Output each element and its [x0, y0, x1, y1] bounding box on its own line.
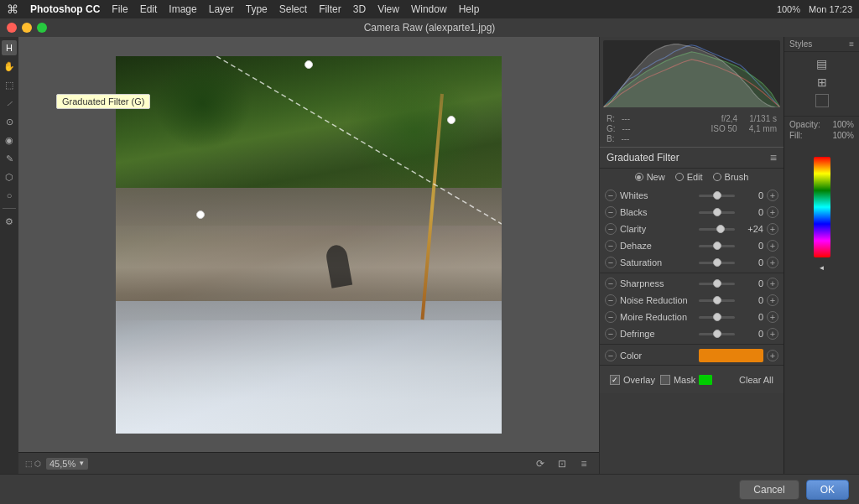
filter-dot-right[interactable] — [447, 116, 456, 124]
sharpness-slider-container — [699, 283, 735, 285]
clarity-slider-track[interactable] — [699, 228, 735, 231]
radio-edit[interactable]: Edit — [675, 172, 703, 182]
adjustment-brush-tool[interactable]: ✎ — [2, 151, 17, 166]
moire-reduction-plus-button[interactable]: + — [767, 311, 778, 323]
blacks-minus-button[interactable]: − — [605, 206, 617, 218]
moire-reduction-minus-button[interactable]: − — [605, 311, 617, 323]
rotate-left-icon[interactable]: ⟳ — [532, 456, 549, 471]
overlay-checkbox-label[interactable]: ✓ Overlay — [610, 375, 655, 385]
photo-canvas[interactable] — [116, 56, 502, 434]
moire-reduction-slider-track[interactable] — [699, 316, 735, 319]
grid-icon[interactable]: ⊞ — [817, 75, 827, 89]
straighten-tool[interactable]: ⟋ — [2, 96, 17, 111]
color-square-icon[interactable] — [815, 94, 829, 107]
moire-reduction-slider-thumb[interactable] — [713, 313, 721, 321]
blacks-slider-track[interactable] — [699, 211, 735, 214]
sharpness-slider-thumb[interactable] — [713, 279, 721, 288]
clock: Mon 17:23 — [809, 4, 852, 14]
clear-all-button[interactable]: Clear All — [739, 375, 773, 385]
color-minus-button[interactable]: − — [605, 350, 617, 361]
clarity-minus-button[interactable]: − — [605, 223, 617, 235]
menu-image[interactable]: Image — [169, 3, 196, 15]
mask-checkbox[interactable] — [660, 375, 670, 385]
dehaze-slider-thumb[interactable] — [713, 242, 721, 250]
radio-new[interactable]: New — [635, 172, 665, 182]
saturation-slider-track[interactable] — [699, 262, 735, 264]
clarity-slider-thumb[interactable] — [716, 225, 725, 233]
menu-file[interactable]: File — [112, 3, 128, 15]
filter-dot-middle[interactable] — [196, 210, 205, 219]
dehaze-minus-button[interactable]: − — [605, 240, 617, 252]
apple-menu[interactable]: ⌘ — [7, 3, 18, 16]
color-arrow-icon: ◄ — [819, 264, 825, 272]
canvas-content[interactable]: Graduated Filter (G) — [18, 37, 599, 452]
sharpness-minus-button[interactable]: − — [605, 278, 617, 289]
menu-3d[interactable]: 3D — [353, 3, 366, 15]
crop-tool[interactable]: ⬚ — [2, 77, 17, 92]
moire-reduction-row: − Moire Reduction 0 + — [600, 309, 784, 325]
dehaze-label: Dehaze — [620, 241, 695, 251]
noise-reduction-slider-thumb[interactable] — [713, 296, 721, 304]
whites-slider-track[interactable] — [699, 195, 735, 197]
saturation-minus-button[interactable]: − — [605, 257, 617, 268]
whites-slider-thumb[interactable] — [713, 191, 721, 200]
saturation-slider-container — [699, 262, 735, 264]
menu-type[interactable]: Type — [246, 3, 268, 15]
menu-layer[interactable]: Layer — [209, 3, 234, 15]
noise-reduction-plus-button[interactable]: + — [767, 294, 778, 306]
graduated-filter-tool[interactable]: ⬡ — [2, 169, 17, 184]
whites-plus-button[interactable]: + — [767, 190, 778, 201]
pan-tool[interactable]: ✋ — [2, 59, 17, 74]
blacks-plus-button[interactable]: + — [767, 206, 778, 218]
defringe-slider-track[interactable] — [699, 333, 735, 335]
dehaze-plus-button[interactable]: + — [767, 240, 778, 252]
noise-reduction-minus-button[interactable]: − — [605, 294, 617, 306]
ok-button[interactable]: OK — [806, 480, 849, 500]
saturation-slider-thumb[interactable] — [713, 258, 721, 267]
sharpness-plus-button[interactable]: + — [767, 278, 778, 289]
close-button[interactable] — [7, 23, 17, 33]
settings-icon[interactable]: ≡ — [575, 456, 592, 471]
maximize-button[interactable] — [37, 23, 47, 33]
menu-window[interactable]: Window — [411, 3, 447, 15]
canvas-info-icon: ⬡ — [34, 460, 41, 468]
color-plus-button[interactable]: + — [767, 350, 778, 361]
defringe-minus-button[interactable]: − — [605, 328, 617, 340]
hand-tool[interactable]: H — [2, 40, 17, 55]
blacks-slider-thumb[interactable] — [713, 208, 721, 216]
clarity-plus-button[interactable]: + — [767, 223, 778, 235]
g-value: --- — [622, 124, 631, 133]
saturation-value: 0 — [738, 257, 763, 268]
saturation-plus-button[interactable]: + — [767, 257, 778, 268]
radio-brush[interactable]: Brush — [713, 172, 749, 182]
color-swatch[interactable] — [699, 349, 763, 362]
sharpness-slider-track[interactable] — [699, 283, 735, 285]
styles-menu-icon[interactable]: ≡ — [849, 39, 854, 49]
layers-icon[interactable]: ▤ — [816, 57, 827, 70]
fullscreen-icon[interactable]: ⊡ — [554, 456, 570, 471]
mask-color-swatch[interactable] — [699, 375, 712, 385]
zoom-dropdown[interactable]: 45,5% ▼ — [46, 458, 88, 470]
cancel-button[interactable]: Cancel — [739, 480, 799, 500]
filter-dot-top[interactable] — [305, 60, 313, 69]
panel-menu-icon[interactable]: ≡ — [770, 151, 777, 164]
mask-checkbox-label[interactable]: Mask — [660, 375, 712, 385]
dehaze-slider-track[interactable] — [699, 245, 735, 247]
whites-minus-button[interactable]: − — [605, 190, 617, 201]
menu-filter[interactable]: Filter — [319, 3, 341, 15]
redeye-tool[interactable]: ◉ — [2, 132, 17, 148]
radial-filter-tool[interactable]: ○ — [2, 188, 17, 203]
minimize-button[interactable] — [22, 23, 32, 33]
overlay-checkbox[interactable]: ✓ — [610, 375, 620, 385]
menu-view[interactable]: View — [377, 3, 399, 15]
menu-help[interactable]: Help — [459, 3, 480, 15]
noise-reduction-slider-track[interactable] — [699, 299, 735, 302]
defringe-slider-thumb[interactable] — [713, 330, 721, 338]
defringe-plus-button[interactable]: + — [767, 328, 778, 340]
window-controls[interactable] — [7, 23, 47, 33]
color-gradient[interactable] — [814, 157, 830, 257]
spot-heal-tool[interactable]: ⊙ — [2, 114, 17, 129]
preferences-tool[interactable]: ⚙ — [2, 214, 17, 229]
menu-edit[interactable]: Edit — [140, 3, 158, 15]
menu-select[interactable]: Select — [279, 3, 307, 15]
